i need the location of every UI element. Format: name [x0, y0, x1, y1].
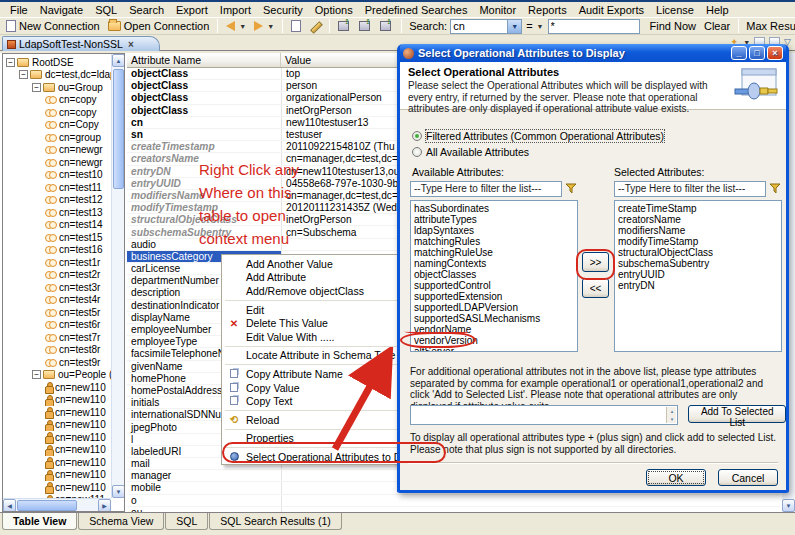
tree-item[interactable]: cn=test14	[3, 219, 111, 232]
export-button-2[interactable]	[355, 20, 376, 32]
dialog-titlebar[interactable]: Select Operational Attributes to Display…	[400, 44, 786, 62]
scroll-down-icon[interactable]: ▼	[112, 485, 125, 498]
open-connection-button[interactable]: Open Connection	[104, 19, 214, 33]
scroll-down-icon[interactable]: ▼	[782, 499, 795, 512]
tree-item[interactable]: cn=test15	[3, 231, 111, 244]
tree-item[interactable]: cn=new110	[3, 419, 111, 432]
selected-attribute-item[interactable]: structuralObjectClass	[618, 247, 781, 258]
tree-item[interactable]: cn=test12	[3, 194, 111, 207]
tree-item[interactable]: cn=copy	[3, 94, 111, 107]
attribute-name-cell[interactable]: createTimestamp	[127, 141, 281, 152]
tree-item[interactable]: cn=test11	[3, 181, 111, 194]
available-attribute-item[interactable]: supportedControl	[414, 280, 577, 291]
attribute-name-cell[interactable]: objectClass	[127, 68, 281, 79]
tree-item[interactable]: cn=new110	[3, 481, 111, 494]
tree-item[interactable]: cn=test8r	[3, 344, 111, 357]
available-attribute-item[interactable]: supportedLDAPVersion	[414, 302, 577, 313]
add-to-selected-list-button[interactable]: Add To Selected List	[688, 405, 786, 423]
tree-item[interactable]: −dc=test,dc=ldaps	[3, 69, 111, 82]
tree-item[interactable]: cn=test1r	[3, 256, 111, 269]
tree-item[interactable]: cn=new110	[3, 444, 111, 457]
tree-expander-icon[interactable]: −	[19, 70, 28, 79]
tree-item[interactable]: cn=group	[3, 131, 111, 144]
search-field-combo[interactable]: ▼	[450, 19, 522, 34]
menu-options[interactable]: Options	[309, 3, 359, 17]
menu-search[interactable]: Search	[123, 3, 170, 17]
radio-all-attributes[interactable]: All Available Attributes	[412, 146, 529, 158]
edit-button[interactable]	[305, 19, 325, 33]
scroll-left-icon[interactable]: ◀	[3, 499, 16, 512]
menu-monitor[interactable]: Monitor	[473, 3, 522, 17]
selected-attribute-item[interactable]: entryDN	[618, 280, 781, 291]
radio-filtered-attributes[interactable]: Filtered Attributes (Common Operational …	[412, 130, 664, 142]
filter-icon[interactable]	[770, 183, 781, 194]
additional-attributes-input[interactable]: ▴▾	[410, 405, 678, 425]
ok-button[interactable]: OK	[646, 469, 706, 486]
tree-item[interactable]: cn=newgr	[3, 144, 111, 157]
tree-item[interactable]: cn=new110	[3, 381, 111, 394]
tree-item[interactable]: cn=test6r	[3, 319, 111, 332]
attribute-name-cell[interactable]: sn	[127, 129, 281, 140]
attribute-name-cell[interactable]: o	[127, 495, 281, 506]
back-dropdown-icon[interactable]: ▼	[239, 23, 246, 30]
radio-all-label[interactable]: All Available Attributes	[426, 146, 529, 158]
scroll-up-icon[interactable]: ▲	[112, 54, 125, 67]
available-attribute-item[interactable]: supportedSASLMechanisms	[414, 313, 577, 324]
tree-item[interactable]: −ou=Group	[3, 81, 111, 94]
clear-button[interactable]: Clear	[700, 19, 734, 33]
operator-combo[interactable]: = ▼	[522, 19, 547, 33]
available-attribute-item[interactable]: objectClasses	[414, 269, 577, 280]
tree-item[interactable]: cn=test5r	[3, 306, 111, 319]
tree-item[interactable]: cn=test4r	[3, 294, 111, 307]
attribute-name-cell[interactable]: objectClass	[127, 92, 281, 103]
tree-expander-icon[interactable]: −	[32, 370, 41, 379]
table-row[interactable]: o	[127, 495, 780, 507]
close-icon[interactable]: ×	[767, 46, 783, 60]
menu-audit-exports[interactable]: Audit Exports	[573, 3, 650, 17]
spinner-icons[interactable]: ▴▾	[666, 407, 676, 423]
view-tab-table-view[interactable]: Table View	[2, 513, 77, 530]
available-attribute-item[interactable]: hasSubordinates	[414, 203, 577, 214]
forward-button[interactable]: ▼	[250, 20, 278, 32]
tree-item[interactable]: −ou=People (5	[3, 369, 111, 382]
new-connection-button[interactable]: New Connection	[2, 19, 104, 33]
radio-filtered-label[interactable]: Filtered Attributes (Common Operational …	[426, 130, 664, 142]
menu-export[interactable]: Export	[170, 3, 214, 17]
radio-unselected-icon[interactable]	[412, 147, 422, 157]
search-term-input[interactable]	[548, 19, 640, 34]
selected-attribute-item[interactable]: entryUUID	[618, 269, 781, 280]
back-button[interactable]: ▼	[222, 20, 250, 32]
attribute-name-cell[interactable]: mobile	[127, 482, 281, 493]
tab-close-icon[interactable]: ×	[128, 39, 134, 50]
operator-dropdown-icon[interactable]: ▼	[537, 23, 544, 30]
tree-expander-icon[interactable]: −	[32, 83, 41, 92]
view-button[interactable]	[287, 19, 305, 33]
menu-import[interactable]: Import	[214, 3, 257, 17]
tree-expander-icon[interactable]: −	[6, 58, 15, 67]
attribute-value-cell[interactable]	[281, 495, 780, 506]
tree-item[interactable]: cn=test7r	[3, 331, 111, 344]
tree-item[interactable]: cn=new110	[3, 431, 111, 444]
tree-item[interactable]: cn=new110	[3, 469, 111, 482]
connection-tab[interactable]: LdapSoftTest-NonSSL ×	[2, 36, 160, 51]
radio-selected-icon[interactable]	[412, 131, 422, 141]
available-attribute-item[interactable]: matchingRuleUse	[414, 247, 577, 258]
menu-file[interactable]: File	[4, 3, 34, 17]
attribute-name-cell[interactable]: manager	[127, 470, 281, 481]
tree-item[interactable]: cn=copy	[3, 106, 111, 119]
export-button-3[interactable]	[376, 20, 397, 32]
minimize-icon[interactable]: _	[731, 46, 747, 60]
menu-reports[interactable]: Reports	[522, 3, 573, 17]
tree-vscroll-thumb[interactable]	[113, 69, 124, 189]
tree-vertical-scrollbar[interactable]: ▲ ▼	[111, 54, 124, 498]
tree-item[interactable]: cn=test2r	[3, 269, 111, 282]
search-field-dropdown-icon[interactable]: ▼	[508, 19, 522, 34]
filter-icon[interactable]	[566, 183, 577, 194]
scroll-right-icon[interactable]: ▶	[98, 499, 111, 512]
available-attribute-item[interactable]: supportedExtension	[414, 291, 577, 302]
move-left-button[interactable]: <<	[582, 278, 609, 298]
tree-item[interactable]: cn=test9r	[3, 356, 111, 369]
menu-help[interactable]: Help	[700, 3, 735, 17]
attribute-name-cell[interactable]: objectClass	[127, 80, 281, 91]
selected-filter-input[interactable]	[614, 181, 766, 197]
